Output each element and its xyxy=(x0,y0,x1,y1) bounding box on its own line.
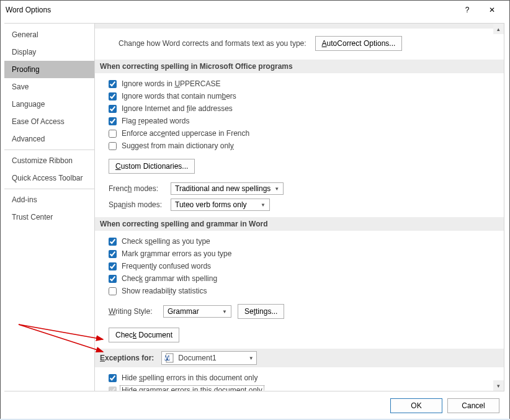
close-button[interactable]: ✕ xyxy=(480,1,504,19)
section-header-exceptions: Exceptions for: W Document1 ▼ xyxy=(95,349,504,367)
mark-grammar-checkbox[interactable] xyxy=(109,250,117,258)
cancel-button[interactable]: Cancel xyxy=(447,398,499,413)
frequently-confused-checkbox[interactable] xyxy=(109,262,117,270)
close-icon: ✕ xyxy=(489,6,495,14)
sidebar-item-language[interactable]: Language xyxy=(4,96,94,113)
custom-dictionaries-button[interactable]: Custom Dictionaries... xyxy=(109,159,195,174)
chevron-down-icon: ▼ xyxy=(222,309,227,315)
settings-button[interactable]: Settings... xyxy=(238,304,284,319)
scroll-up-button[interactable]: ▴ xyxy=(493,24,504,34)
scroll-down-button[interactable]: ▾ xyxy=(493,380,504,391)
ignore-numbers-label: Ignore words that contain numbers xyxy=(122,92,236,101)
sidebar-item-advanced[interactable]: Advanced xyxy=(4,130,94,148)
check-grammar-with-spelling-checkbox[interactable] xyxy=(109,275,117,283)
autocorrect-intro-text: Change how Word corrects and formats tex… xyxy=(119,39,306,48)
ok-button[interactable]: OK xyxy=(390,398,442,413)
french-modes-label: French modes: xyxy=(109,184,164,193)
sidebar-item-customize-ribbon[interactable]: Customize Ribbon xyxy=(4,152,94,169)
sidebar-item-trust-center[interactable]: Trust Center xyxy=(4,208,94,226)
ignore-internet-checkbox[interactable] xyxy=(109,105,117,113)
sidebar-item-proofing[interactable]: Proofing xyxy=(4,61,94,78)
french-modes-dropdown[interactable]: Traditional and new spellings▼ xyxy=(171,182,284,195)
hide-grammar-errors-label: Hide grammar errors in this document onl… xyxy=(122,386,264,391)
flag-repeated-label: Flag repeated words xyxy=(122,117,189,125)
section-header-office-spelling: When correcting spelling in Microsoft Of… xyxy=(95,60,504,73)
check-grammar-with-spelling-label: Check grammar with spelling xyxy=(122,274,217,283)
sidebar-item-display[interactable]: Display xyxy=(4,43,94,61)
content-pane: Change how Word corrects and formats tex… xyxy=(95,24,504,391)
check-document-button[interactable]: Check Document xyxy=(109,328,179,342)
sidebar-item-save[interactable]: Save xyxy=(4,78,94,96)
spanish-modes-label: Spanish modes: xyxy=(109,200,164,209)
help-button[interactable]: ? xyxy=(455,1,480,19)
check-spelling-label: Check spelling as you type xyxy=(122,237,210,246)
enforce-french-label: Enforce accented uppercase in French xyxy=(122,129,249,138)
sidebar-separator xyxy=(4,150,94,150)
frequently-confused-label: Frequently confused words xyxy=(122,262,211,270)
word-doc-icon: W xyxy=(164,353,174,363)
exceptions-document-dropdown[interactable]: W Document1 ▼ xyxy=(161,351,256,365)
sidebar-item-add-ins[interactable]: Add-ins xyxy=(4,191,94,208)
enforce-french-checkbox[interactable] xyxy=(109,130,117,138)
suggest-main-checkbox[interactable] xyxy=(109,142,117,150)
section-header-word-spelling: When correcting spelling and grammar in … xyxy=(95,217,504,231)
ignore-uppercase-checkbox[interactable] xyxy=(109,80,117,88)
ignore-uppercase-label: Ignore words in UPPERCASE xyxy=(122,79,220,88)
chevron-down-icon: ▼ xyxy=(261,202,266,208)
sidebar: General Display Proofing Save Language E… xyxy=(4,23,94,391)
check-spelling-checkbox[interactable] xyxy=(109,238,117,246)
hide-spelling-errors-checkbox[interactable] xyxy=(109,374,117,382)
autocorrect-options-button[interactable]: AutoCorrect Options... xyxy=(315,36,403,51)
readability-label: Show readability statistics xyxy=(122,287,207,295)
sidebar-item-quick-access-toolbar[interactable]: Quick Access Toolbar xyxy=(4,169,94,187)
sidebar-separator xyxy=(4,189,94,189)
mark-grammar-label: Mark grammar errors as you type xyxy=(122,249,231,258)
writing-style-label: Writing Style: xyxy=(109,307,157,316)
sidebar-item-ease-of-access[interactable]: Ease Of Access xyxy=(4,113,94,130)
flag-repeated-checkbox[interactable] xyxy=(109,117,117,125)
hide-grammar-errors-checkbox[interactable] xyxy=(109,386,117,391)
ignore-internet-label: Ignore Internet and file addresses xyxy=(122,104,233,113)
sidebar-item-general[interactable]: General xyxy=(4,26,94,43)
ignore-numbers-checkbox[interactable] xyxy=(109,92,117,101)
svg-text:W: W xyxy=(164,353,171,362)
writing-style-dropdown[interactable]: Grammar▼ xyxy=(163,305,231,318)
readability-checkbox[interactable] xyxy=(109,287,117,295)
question-icon: ? xyxy=(465,6,470,14)
spanish-modes-dropdown[interactable]: Tuteo verb forms only▼ xyxy=(171,199,270,211)
hide-spelling-errors-label: Hide spelling errors in this document on… xyxy=(122,373,257,382)
chevron-down-icon: ▼ xyxy=(249,355,254,361)
chevron-down-icon: ▼ xyxy=(274,186,279,192)
suggest-main-label: Suggest from main dictionary only xyxy=(122,141,234,150)
dialog-title: Word Options xyxy=(6,6,455,14)
